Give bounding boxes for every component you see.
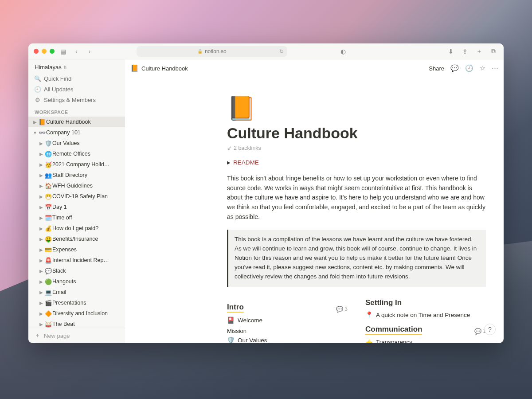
disclosure-triangle-icon[interactable]: ▶ <box>38 237 44 242</box>
page-hero-icon[interactable]: 📙 <box>227 95 486 122</box>
page-emoji-icon: 💰 <box>44 225 52 232</box>
page-emoji-icon: 💬 <box>44 268 52 274</box>
workspace-switcher[interactable]: Himalayas ⇅ <box>28 59 125 73</box>
window-controls[interactable] <box>34 49 55 54</box>
share-browser-icon[interactable]: ⇪ <box>460 47 470 56</box>
heading-settling-in[interactable]: Settling In <box>365 298 402 307</box>
quick-find-button[interactable]: 🔍 Quick Find <box>28 73 125 84</box>
disclosure-triangle-icon[interactable]: ▶ <box>38 205 44 210</box>
nav-forward-icon[interactable]: › <box>85 47 94 56</box>
close-window-icon[interactable] <box>34 49 39 54</box>
search-icon: 🔍 <box>35 75 41 82</box>
tree-row[interactable]: ▶💰How do I get paid? <box>28 223 125 234</box>
disclosure-triangle-icon[interactable]: ▶ <box>38 152 44 156</box>
readme-toggle[interactable]: ▶ README <box>227 159 486 166</box>
settings-button[interactable]: ⚙ Settings & Members <box>28 94 125 105</box>
new-tab-icon[interactable]: ＋ <box>474 47 484 56</box>
tree-row[interactable]: ▶📅Day 1 <box>28 202 125 212</box>
tree-row[interactable]: ▶🟢Hangouts <box>28 276 125 287</box>
comments-icon[interactable]: 💬 <box>450 64 459 72</box>
tree-row[interactable]: ▶🤑Benefits/Insurance <box>28 234 125 244</box>
disclosure-triangle-icon[interactable]: ▶ <box>38 290 44 295</box>
disclosure-triangle-icon[interactable]: ▶ <box>32 120 38 125</box>
tree-row[interactable]: ▶🥁The Beat <box>28 319 125 328</box>
callout-block[interactable]: This book is a compilation of the lesson… <box>227 230 486 287</box>
backlinks-button[interactable]: ↙ 2 backlinks <box>227 145 486 151</box>
page-link[interactable]: 🎴Welcome <box>227 315 348 325</box>
new-page-label: New page <box>44 332 70 339</box>
breadcrumb-icon: 📙 <box>130 64 139 72</box>
tree-row[interactable]: ▶🥳2021 Company Holid… <box>28 159 125 170</box>
tree-row[interactable]: ▶😷COVID-19 Safety Plan <box>28 191 125 202</box>
downloads-icon[interactable]: ⬇ <box>446 47 456 56</box>
tree-row[interactable]: ▶💳Expenses <box>28 244 125 255</box>
intro-comments-badge[interactable]: 💬 3 <box>336 306 348 313</box>
shield-icon[interactable]: ◐ <box>338 47 348 56</box>
tree-row[interactable]: ▶💬Slack <box>28 266 125 276</box>
disclosure-triangle-icon[interactable]: ▶ <box>38 269 44 274</box>
more-icon[interactable]: ⋯ <box>492 64 498 72</box>
maximize-window-icon[interactable] <box>50 49 55 54</box>
tabs-icon[interactable]: ⧉ <box>489 47 498 56</box>
tree-row[interactable]: ▶🏠WFH Guidelines <box>28 180 125 191</box>
heading-intro[interactable]: Intro <box>227 303 244 313</box>
disclosure-triangle-icon[interactable]: ▶ <box>38 311 44 316</box>
tree-row[interactable]: ▶🌐Remote Offices <box>28 149 125 159</box>
all-updates-button[interactable]: 🕘 All Updates <box>28 84 125 94</box>
page-emoji-icon: 🥳 <box>44 161 52 168</box>
tree-row[interactable]: ▶🚨Internal Incident Rep… <box>28 255 125 266</box>
tree-row-label: Company 101 <box>46 129 81 136</box>
tree-row[interactable]: ▶👥Staff Directory <box>28 170 125 180</box>
breadcrumb[interactable]: 📙 Culture Handbook <box>130 64 188 72</box>
nav-back-icon[interactable]: ‹ <box>71 47 81 56</box>
favorite-icon[interactable]: ☆ <box>480 64 485 72</box>
help-button[interactable]: ? <box>484 324 496 335</box>
reload-icon[interactable]: ↻ <box>279 48 284 55</box>
disclosure-triangle-icon[interactable]: ▶ <box>38 258 44 263</box>
tree-row[interactable]: ▶🎬Presentations <box>28 297 125 308</box>
page-title[interactable]: Culture Handbook <box>227 125 486 142</box>
disclosure-triangle-icon[interactable]: ▶ <box>38 279 44 284</box>
new-page-button[interactable]: ＋ New page <box>28 328 125 343</box>
disclosure-triangle-icon[interactable]: ▶ <box>38 184 44 188</box>
page-scroll[interactable]: 📙 Culture Handbook ↙ 2 backlinks ▶ READM… <box>125 77 504 343</box>
disclosure-triangle-icon[interactable]: ▶ <box>38 322 44 327</box>
disclosure-triangle-icon[interactable]: ▶ <box>38 141 44 146</box>
disclosure-triangle-icon[interactable]: ▶ <box>38 162 44 167</box>
tree-row-label: COVID-19 Safety Plan <box>52 193 108 200</box>
mission-label: Mission <box>227 328 348 334</box>
disclosure-triangle-icon[interactable]: ▼ <box>32 130 38 135</box>
intro-paragraph[interactable]: This book isn't about fringe benefits or… <box>227 174 486 222</box>
page-link[interactable]: ⭐Transparency <box>365 337 486 343</box>
page-link-icon: 🎴 <box>227 317 235 324</box>
tree-row[interactable]: ▶🔶Diversity and Inclusion <box>28 308 125 319</box>
sidebar-toggle-icon[interactable]: ▤ <box>58 47 68 56</box>
tree-row[interactable]: ▶🛡️Our Values <box>28 138 125 149</box>
page-link[interactable]: 🛡️Our Values <box>227 335 348 343</box>
disclosure-triangle-icon[interactable]: ▶ <box>38 173 44 178</box>
address-bar[interactable]: 🔒 notion.so ↻ <box>137 46 287 57</box>
page-link[interactable]: 📍A quick note on Time and Presence <box>365 310 486 320</box>
tree-row-label: Our Values <box>52 140 80 146</box>
tree-row-label: Culture Handbook <box>46 119 91 125</box>
disclosure-triangle-icon[interactable]: ▶ <box>38 194 44 199</box>
tree-row[interactable]: ▶🗓️Time off <box>28 212 125 223</box>
updates-icon[interactable]: 🕘 <box>465 64 473 72</box>
heading-communication[interactable]: Communication <box>365 325 422 335</box>
disclosure-triangle-icon[interactable]: ▶ <box>38 301 44 305</box>
sidebar: Himalayas ⇅ 🔍 Quick Find 🕘 All Updates ⚙… <box>28 59 125 343</box>
tree-row[interactable]: ▶💻Email <box>28 287 125 297</box>
page-emoji-icon: 🌐 <box>44 151 52 157</box>
page-emoji-icon: 🎬 <box>44 300 52 306</box>
disclosure-triangle-icon[interactable]: ▶ <box>38 215 44 220</box>
disclosure-triangle-icon[interactable]: ▶ <box>38 247 44 252</box>
minimize-window-icon[interactable] <box>42 49 47 54</box>
page-emoji-icon: 🤑 <box>44 236 52 243</box>
disclosure-triangle-icon[interactable]: ▶ <box>38 226 44 231</box>
share-button[interactable]: Share <box>429 65 444 72</box>
tree-row-label: How do I get paid? <box>52 225 98 231</box>
tree-row[interactable]: ▼👓Company 101 <box>28 127 125 138</box>
all-updates-label: All Updates <box>44 86 73 93</box>
tree-row[interactable]: ▶📙Culture Handbook <box>28 117 125 127</box>
tree-row-label: Expenses <box>52 246 77 253</box>
